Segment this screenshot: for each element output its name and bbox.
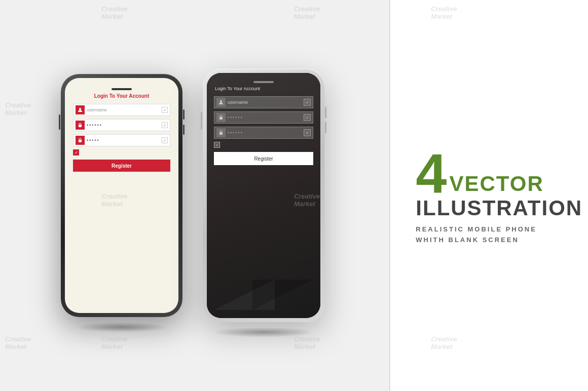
username-field-black[interactable]: username ✓ <box>73 104 170 116</box>
password-field-black[interactable]: •••••• ✓ <box>73 119 170 131</box>
svg-point-3 <box>80 141 81 142</box>
svg-rect-5 <box>219 117 223 120</box>
vector-text: VECTOR <box>450 172 544 196</box>
lock-icon-white-1 <box>216 113 226 122</box>
right-content: 4 VECTOR ILLUSTRATION REALISTIC MOBILE P… <box>416 145 582 246</box>
password-dots-black: •••••• <box>87 123 162 128</box>
password-field-white[interactable]: •••••• ✓ <box>214 111 313 124</box>
confirm-check-white: ✓ <box>304 129 311 136</box>
subtitle-line1-text: REALISTIC MOBILE PHONE <box>416 225 537 233</box>
subtitle-line1: REALISTIC MOBILE PHONE WHITH BLANK SCREE… <box>416 224 537 246</box>
phone-shadow-black <box>76 322 167 332</box>
username-label-black: username <box>87 107 162 112</box>
password-dots-white: •••••• <box>228 115 304 120</box>
username-field-white[interactable]: username ✓ <box>214 96 313 108</box>
speaker-area <box>73 88 170 90</box>
watermark-4: CreativeMarket <box>5 101 31 116</box>
confirm-dots-white: •••••• <box>228 130 304 135</box>
phone-white: Login To Your Account username ✓ <box>203 69 324 322</box>
watermark-right-top: CreativeMarket <box>431 5 457 20</box>
checkbox-black[interactable]: ✓ <box>73 149 79 155</box>
user-icon-black <box>76 105 85 114</box>
user-icon-white <box>216 98 226 107</box>
phone-shadow-white <box>213 327 314 337</box>
login-title-white: Login To Your Account <box>214 86 313 91</box>
watermark-1: CreativeMarket <box>101 5 127 20</box>
speaker-area-white <box>214 81 313 83</box>
phone-white-inner: Login To Your Account username ✓ <box>207 73 320 318</box>
username-check-black: ✓ <box>162 107 168 113</box>
side-button-right-1 <box>183 109 185 120</box>
lock-icon-white-2 <box>216 128 226 137</box>
svg-point-0 <box>79 108 81 110</box>
svg-rect-1 <box>79 125 82 127</box>
triangle-2 <box>252 280 313 310</box>
register-button-white[interactable]: Register <box>214 152 313 165</box>
password-check-white: ✓ <box>304 114 311 121</box>
lock-icon-black-1 <box>76 121 85 130</box>
side-button-white-right-2 <box>325 122 326 133</box>
left-panel: CreativeMarket CreativeMarket CreativeMa… <box>0 0 390 391</box>
checkbox-row-black: ✓ <box>73 149 170 155</box>
svg-point-4 <box>220 100 222 102</box>
watermark-right-bottom: CreativeMarket <box>431 335 457 350</box>
subtitle-line2-text: WHITH BLANK SCREEN <box>416 236 519 244</box>
lock-icon-black-2 <box>76 136 85 145</box>
username-check-white: ✓ <box>304 99 311 106</box>
username-label-white: username <box>228 100 304 105</box>
checkbox-row-white: ✓ <box>214 142 313 148</box>
login-title-black: Login To Your Account <box>73 93 170 99</box>
side-button-right-2 <box>183 125 185 135</box>
side-button-white-left <box>201 112 202 130</box>
decorative-bottom <box>214 169 313 310</box>
side-button-white-right-1 <box>325 107 326 118</box>
phone-black: Login To Your Account username ✓ <box>61 74 182 317</box>
watermark-7: CreativeMarket <box>5 335 31 350</box>
checkbox-white[interactable]: ✓ <box>214 142 220 148</box>
confirm-password-field-white[interactable]: •••••• ✓ <box>214 127 313 139</box>
watermark-8: CreativeMarket <box>101 335 127 350</box>
confirm-password-dots-black: ••••• <box>87 138 162 143</box>
phone-speaker-black <box>112 88 132 90</box>
phone-black-inner: Login To Your Account username ✓ <box>65 78 178 313</box>
confirm-password-field-black[interactable]: ••••• ✓ <box>73 134 170 146</box>
phone-black-screen: Login To Your Account username ✓ <box>65 78 178 313</box>
phone-white-screen: Login To Your Account username ✓ <box>207 73 320 318</box>
watermark-9: CreativeMarket <box>294 335 320 350</box>
number-4: 4 <box>416 145 447 201</box>
title-row: 4 VECTOR <box>416 145 543 196</box>
watermark-2: CreativeMarket <box>294 5 320 20</box>
illustration-text: ILLUSTRATION <box>416 196 582 220</box>
password-check-black: ✓ <box>162 122 168 128</box>
register-button-black[interactable]: Register <box>73 160 170 172</box>
right-panel: CreativeMarket CreativeMarket 4 VECTOR I… <box>390 0 588 391</box>
side-button-left <box>59 114 60 130</box>
phone-speaker-white <box>253 81 274 83</box>
confirm-password-check-black: ✓ <box>162 137 168 143</box>
svg-point-7 <box>220 133 222 134</box>
